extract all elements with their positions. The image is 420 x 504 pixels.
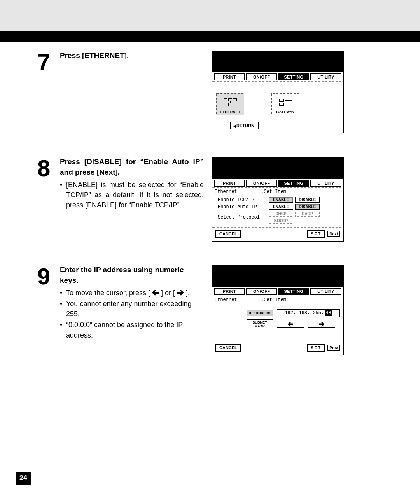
step-note: “0.0.0.0” cannot be assigned to the IP a… bbox=[60, 320, 204, 340]
prev-button[interactable]: Prev bbox=[327, 345, 340, 351]
step-number: 9 bbox=[37, 265, 53, 288]
right-arrow-icon: 🡲 bbox=[177, 288, 184, 298]
step-note: To move the cursor, press [ 🡰 ] or [ 🡲 ]… bbox=[60, 288, 204, 298]
step-note: You cannot enter any number exceeding 25… bbox=[60, 299, 204, 319]
enable-button[interactable]: ENABLE bbox=[269, 204, 293, 210]
tab-utility[interactable]: UTILITY bbox=[310, 74, 341, 80]
screen-step8: PRINT ON/OFF SETTING UTILITY Ethernet Se… bbox=[212, 157, 344, 242]
enable-button[interactable]: ENABLE bbox=[269, 197, 293, 203]
subnet-mask-button[interactable]: SUBNET MASK bbox=[247, 319, 273, 329]
tab-onoff[interactable]: ON/OFF bbox=[246, 74, 277, 80]
ip-address-button[interactable]: IP ADDRESS bbox=[247, 310, 273, 316]
step-note: [ENABLE] is must be selected for “Enable… bbox=[60, 180, 204, 210]
row-label: Select Protocol bbox=[215, 215, 267, 220]
step-title: Enter the IP address using numeric keys. bbox=[60, 265, 204, 285]
tab-setting[interactable]: SETTING bbox=[278, 180, 310, 187]
step-8: 8 Press [DISABLE] for “Enable Auto IP” a… bbox=[37, 157, 389, 242]
screen-step9: PRINT ON/OFF SETTING UTILITY Ethernet Se… bbox=[212, 265, 344, 355]
ethernet-button[interactable]: ETHERNET bbox=[216, 93, 244, 115]
left-arrow-icon: 🡰 bbox=[152, 288, 159, 298]
breadcrumb-right: Set Item bbox=[261, 189, 286, 194]
breadcrumb-left: Ethernet bbox=[215, 297, 261, 303]
gateway-button[interactable]: GATEWAY bbox=[271, 93, 299, 115]
cursor-left-button[interactable]: 🡰 bbox=[277, 321, 304, 328]
ethernet-icon bbox=[217, 95, 243, 109]
tab-utility[interactable]: UTILITY bbox=[310, 180, 341, 187]
rarp-button[interactable]: RARP bbox=[295, 211, 320, 217]
row-label: Enable TCP/IP bbox=[215, 197, 267, 203]
gateway-icon bbox=[273, 95, 298, 109]
disable-button[interactable]: DISABLE bbox=[295, 197, 320, 203]
set-button[interactable]: SET bbox=[307, 230, 325, 238]
page-number: 24 bbox=[16, 472, 31, 485]
breadcrumb-left: Ethernet bbox=[215, 189, 261, 194]
disable-button[interactable]: DISABLE bbox=[295, 204, 320, 210]
step-title: Press [ETHERNET]. bbox=[60, 51, 204, 61]
bootp-button[interactable]: BOOTP bbox=[269, 218, 293, 224]
row-label: Enable Auto IP bbox=[215, 204, 267, 210]
step-number: 8 bbox=[37, 157, 53, 180]
screen-step7: PRINT ON/OFF SETTING UTILITY ETHERNET bbox=[212, 51, 344, 133]
step-9: 9 Enter the IP address using numeric key… bbox=[37, 265, 389, 355]
dhcp-button[interactable]: DHCP bbox=[269, 211, 293, 217]
tab-print[interactable]: PRINT bbox=[214, 74, 245, 80]
set-button[interactable]: SET bbox=[307, 344, 325, 352]
tab-print[interactable]: PRINT bbox=[214, 180, 245, 187]
next-button[interactable]: Next bbox=[327, 231, 340, 237]
cursor-right-button[interactable]: 🡲 bbox=[308, 321, 335, 328]
tab-utility[interactable]: UTILITY bbox=[310, 288, 341, 295]
tab-print[interactable]: PRINT bbox=[214, 288, 245, 295]
breadcrumb-right: Set Item bbox=[261, 297, 286, 303]
tab-setting[interactable]: SETTING bbox=[278, 74, 310, 80]
step-7: 7 Press [ETHERNET]. PRINT ON/OFF SETTING… bbox=[37, 51, 389, 133]
tab-onoff[interactable]: ON/OFF bbox=[246, 180, 277, 187]
cancel-button[interactable]: CANCEL bbox=[215, 230, 241, 238]
step-title: Press [DISABLE] for “Enable Auto IP” and… bbox=[60, 157, 204, 177]
tab-setting[interactable]: SETTING bbox=[278, 288, 310, 295]
cancel-button[interactable]: CANCEL bbox=[215, 344, 241, 352]
tab-onoff[interactable]: ON/OFF bbox=[246, 288, 277, 295]
step-number: 7 bbox=[37, 51, 53, 74]
return-button[interactable]: RETURN bbox=[230, 122, 259, 130]
ip-address-field[interactable]: 192. 168. 255. 48 bbox=[277, 309, 340, 317]
